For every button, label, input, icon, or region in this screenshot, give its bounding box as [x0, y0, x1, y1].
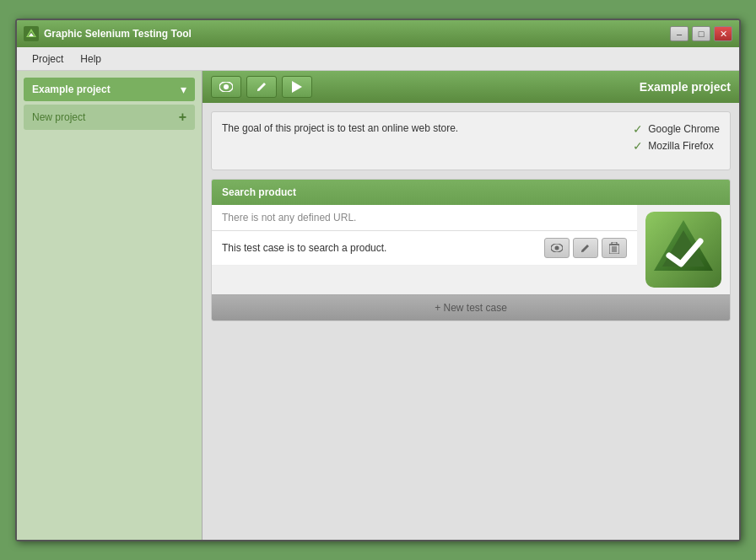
test-case-actions [544, 238, 627, 258]
chrome-label: Google Chrome [648, 123, 720, 135]
run-button[interactable] [282, 76, 312, 98]
new-project-plus-icon: + [179, 110, 186, 125]
browser-chrome: ✓ Google Chrome [633, 122, 720, 136]
browser-firefox: ✓ Mozilla Firefox [633, 139, 720, 153]
minimize-button[interactable]: – [670, 26, 688, 41]
current-project-name: Example project [32, 83, 111, 95]
test-suite-left: There is not any defined URL. This test … [212, 205, 637, 294]
firefox-label: Mozilla Firefox [648, 140, 713, 152]
view-button[interactable] [211, 76, 241, 98]
window-title: Graphic Selenium Testing Tool [44, 28, 670, 40]
test-case-edit-button[interactable] [573, 238, 598, 258]
project-title: Example project [640, 80, 731, 94]
test-suite-logo-area [637, 205, 730, 294]
menu-project[interactable]: Project [24, 50, 72, 68]
content-area: Example project The goal of this project… [202, 71, 739, 540]
current-project-item[interactable]: Example project ▾ [24, 78, 195, 101]
edit-button[interactable] [246, 76, 277, 98]
test-suite-name: Search product [222, 186, 296, 198]
table-row: This test case is to search a product. [212, 231, 637, 266]
test-suite-body: There is not any defined URL. This test … [212, 205, 730, 294]
menu-help[interactable]: Help [72, 50, 110, 68]
title-bar: Graphic Selenium Testing Tool – □ ✕ [17, 20, 739, 47]
new-test-case-button[interactable]: + New test case [212, 294, 730, 320]
browser-list: ✓ Google Chrome ✓ Mozilla Firefox [633, 122, 720, 153]
test-suite-section: Search product There is not any defined … [211, 179, 731, 321]
firefox-check-icon: ✓ [633, 139, 643, 153]
svg-point-4 [224, 84, 229, 89]
chrome-check-icon: ✓ [633, 122, 643, 136]
app-icon [24, 26, 39, 41]
svg-rect-13 [612, 242, 617, 245]
test-case-description: This test case is to search a product. [222, 242, 544, 254]
svg-marker-5 [292, 81, 302, 93]
test-case-view-button[interactable] [544, 238, 570, 258]
menu-bar: Project Help [17, 47, 739, 71]
main-window: Graphic Selenium Testing Tool – □ ✕ Proj… [15, 19, 741, 541]
window-controls: – □ ✕ [670, 26, 732, 41]
content-header: Example project [202, 71, 739, 103]
project-dropdown-icon: ▾ [181, 83, 186, 96]
project-info: The goal of this project is to test an o… [211, 111, 731, 170]
test-suite-header[interactable]: Search product [212, 180, 730, 205]
close-button[interactable]: ✕ [714, 26, 732, 41]
main-content: Example project ▾ New project + [17, 71, 739, 540]
sidebar: Example project ▾ New project + [17, 71, 202, 540]
new-project-label: New project [32, 111, 85, 123]
test-case-delete-button[interactable] [602, 238, 627, 258]
project-description: The goal of this project is to test an o… [222, 122, 633, 134]
suite-logo [645, 212, 721, 288]
svg-point-7 [555, 246, 559, 250]
new-project-item[interactable]: New project + [24, 105, 195, 130]
maximize-button[interactable]: □ [692, 26, 710, 41]
test-suite-url: There is not any defined URL. [212, 205, 637, 231]
